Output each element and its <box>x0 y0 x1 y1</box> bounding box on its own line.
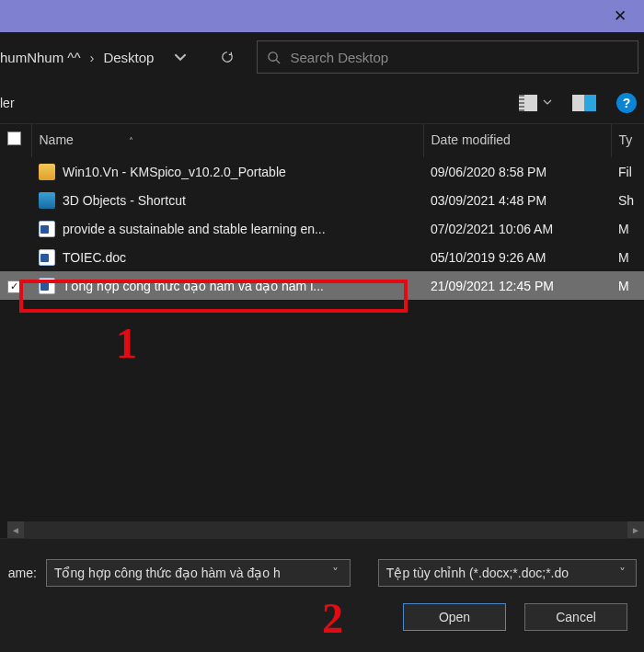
dialog-footer: ame: Tổng hợp công thức đạo hàm và đạo h… <box>0 538 644 652</box>
scroll-left-icon[interactable]: ◄ <box>7 521 24 538</box>
column-header-date[interactable]: Date modified <box>423 124 611 157</box>
row-name-text: TOIEC.doc <box>63 250 126 265</box>
row-name-text: 3D Objects - Shortcut <box>63 193 186 208</box>
row-type-cell: M <box>611 243 644 271</box>
search-input[interactable]: Search Desktop <box>257 40 638 74</box>
breadcrumb-segment[interactable]: humNhum ^^ <box>0 50 80 65</box>
row-date-cell: 09/06/2020 8:58 PM <box>423 157 611 186</box>
column-header-row: Name˄ Date modified Ty <box>0 124 644 157</box>
checkbox-icon <box>7 132 21 145</box>
filename-label: ame: <box>0 566 37 580</box>
row-type-cell: M <box>611 214 644 243</box>
row-name-cell[interactable]: Win10.Vn - KMSpico_v10.2.0_Portable <box>31 157 423 186</box>
preview-pane-icon <box>572 95 596 111</box>
toolbar-left-fragment: ler <box>0 96 15 110</box>
table-row[interactable]: 3D Objects - Shortcut03/09/2021 4:48 PMS… <box>0 186 644 214</box>
filename-combo[interactable]: Tổng hợp công thức đạo hàm và đạo h ˅ <box>46 559 351 587</box>
close-icon: ✕ <box>614 6 627 26</box>
checkbox-checked-icon: ✓ <box>7 280 20 293</box>
row-date-cell: 03/09/2021 4:48 PM <box>423 186 611 214</box>
view-mode-button[interactable] <box>519 95 552 111</box>
breadcrumb[interactable]: humNhum ^^ › Desktop <box>0 32 154 82</box>
file-table: Name˄ Date modified Ty Win10.Vn - KMSpic… <box>0 124 644 300</box>
chevron-right-icon: › <box>89 50 94 65</box>
row-checkbox-cell[interactable] <box>0 214 31 243</box>
help-button[interactable]: ? <box>616 93 637 113</box>
search-placeholder: Search Desktop <box>290 50 388 65</box>
row-checkbox-cell[interactable] <box>0 186 31 214</box>
row-checkbox-cell[interactable]: ✓ <box>0 271 31 300</box>
doc-icon <box>39 221 55 237</box>
3d-icon <box>39 192 55 209</box>
row-name-cell[interactable]: Tổng hợp công thức đạo hàm và đạo hàm l.… <box>31 271 423 300</box>
dialog-button-row: 2 Open Cancel <box>0 587 644 642</box>
doc-icon <box>39 278 55 294</box>
scroll-right-icon[interactable]: ► <box>627 521 644 538</box>
row-checkbox-cell[interactable] <box>0 243 31 271</box>
doc-icon <box>39 249 55 266</box>
refresh-icon <box>221 51 234 63</box>
row-type-cell: M <box>611 271 644 300</box>
cancel-button[interactable]: Cancel <box>524 603 627 631</box>
row-date-cell: 05/10/2019 9:26 AM <box>423 243 611 271</box>
row-name-cell[interactable]: provide a sustainable and stable learnin… <box>31 214 423 243</box>
details-view-icon <box>519 95 537 111</box>
window-close-button[interactable]: ✕ <box>596 0 644 32</box>
filename-value: Tổng hợp công thức đạo hàm và đạo h <box>54 566 326 580</box>
address-bar-row: humNhum ^^ › Desktop Search Desktop <box>0 32 644 82</box>
breadcrumb-segment[interactable]: Desktop <box>103 50 154 65</box>
toolbar: ler ? <box>0 82 644 124</box>
svg-line-1 <box>277 60 281 63</box>
table-row[interactable]: ✓Tổng hợp công thức đạo hàm và đạo hàm l… <box>0 271 644 300</box>
help-icon: ? <box>623 96 631 110</box>
annotation-label-1: 1 <box>116 319 137 368</box>
column-header-type[interactable]: Ty <box>611 124 644 157</box>
column-header-name[interactable]: Name˄ <box>31 124 423 157</box>
annotation-label-2: 2 <box>322 594 343 643</box>
table-row[interactable]: provide a sustainable and stable learnin… <box>0 214 644 243</box>
window-titlebar: ✕ <box>0 0 644 32</box>
breadcrumb-dropdown[interactable] <box>163 32 198 82</box>
horizontal-scrollbar[interactable]: ◄ ► <box>7 521 644 538</box>
preview-pane-button[interactable] <box>572 95 596 111</box>
search-icon <box>267 51 281 64</box>
row-type-cell: Fil <box>611 157 644 186</box>
row-name-text: provide a sustainable and stable learnin… <box>63 222 326 236</box>
row-date-cell: 07/02/2021 10:06 AM <box>423 214 611 243</box>
column-header-check[interactable] <box>0 124 31 157</box>
chevron-down-icon <box>174 51 187 63</box>
table-row[interactable]: Win10.Vn - KMSpico_v10.2.0_Portable09/06… <box>0 157 644 186</box>
file-list-area: Name˄ Date modified Ty Win10.Vn - KMSpic… <box>0 124 644 538</box>
row-name-text: Win10.Vn - KMSpico_v10.2.0_Portable <box>63 165 286 179</box>
folder-icon <box>39 164 55 180</box>
filetype-combo[interactable]: Tệp tùy chỉnh (*.docx;*.doc;*.do ˅ <box>378 559 637 587</box>
row-date-cell: 21/09/2021 12:45 PM <box>423 271 611 300</box>
svg-point-0 <box>269 51 277 60</box>
filetype-value: Tệp tùy chỉnh (*.docx;*.doc;*.do <box>386 566 612 580</box>
row-name-cell[interactable]: 3D Objects - Shortcut <box>31 186 423 214</box>
chevron-down-icon: ˅ <box>612 566 632 580</box>
row-type-cell: Sh <box>611 186 644 214</box>
refresh-button[interactable] <box>207 32 247 82</box>
row-name-cell[interactable]: TOIEC.doc <box>31 243 423 271</box>
chevron-down-icon: ˅ <box>326 566 346 580</box>
row-checkbox-cell[interactable] <box>0 157 31 186</box>
table-row[interactable]: TOIEC.doc05/10/2019 9:26 AMM <box>0 243 644 271</box>
sort-asc-icon: ˄ <box>129 136 133 146</box>
chevron-down-icon <box>543 97 552 107</box>
row-name-text: Tổng hợp công thức đạo hàm và đạo hàm l.… <box>63 279 324 293</box>
open-button[interactable]: Open <box>403 603 506 631</box>
